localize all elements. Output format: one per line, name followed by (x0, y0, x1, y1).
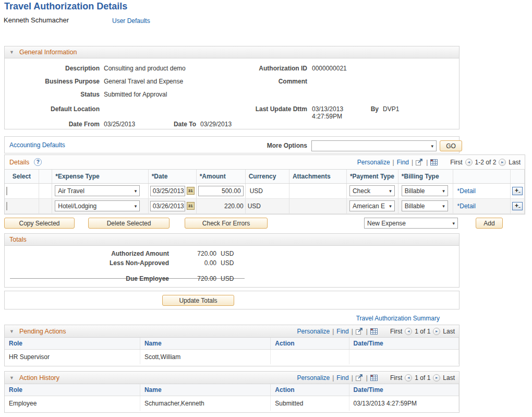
expense-row: Air Travel ▾ 03/25/2013 31 500.00 USD Ch… (5, 183, 525, 198)
collapse-triangle-icon[interactable]: ▼ (9, 375, 14, 380)
col-role: Role (5, 338, 140, 349)
expense-type-select[interactable]: Hotel/Lodging ▾ (55, 200, 140, 211)
col-currency: Currency (245, 170, 289, 183)
accounting-defaults-link[interactable]: Accounting Defaults (9, 141, 65, 149)
view-all-icon[interactable] (416, 159, 424, 165)
default-location-label: Default Location (5, 105, 100, 113)
currency-value: USD (245, 198, 289, 213)
options-bar: Accounting Defaults More Options ▾ GO (4, 136, 460, 153)
find-link[interactable]: Find (397, 159, 409, 166)
go-button[interactable]: GO (440, 140, 462, 151)
date-to-label: Date To (153, 121, 196, 128)
add-row-button[interactable]: +... (512, 202, 523, 210)
by-value: DVP1 (383, 105, 399, 113)
first-label[interactable]: First (450, 159, 462, 166)
date-input[interactable]: 03/26/2013 (150, 201, 185, 211)
section-title: General Information (19, 49, 77, 56)
separator: | (393, 159, 394, 166)
update-totals-button[interactable]: Update Totals (162, 295, 234, 306)
payment-type-value: Check (353, 187, 370, 195)
collapse-triangle-icon[interactable]: ▼ (9, 50, 14, 55)
role-cell: Employee (5, 396, 140, 411)
dots-glyph: ... (518, 188, 520, 195)
new-expense-select[interactable]: New Expense ▾ (364, 218, 458, 229)
first-label[interactable]: First (390, 328, 402, 335)
select-checkbox[interactable] (6, 202, 7, 210)
role-cell: HR Supervisor (5, 349, 140, 364)
action-cell (271, 349, 349, 364)
find-link[interactable]: Find (336, 374, 348, 382)
personalize-link[interactable]: Personalize (297, 328, 330, 335)
new-expense-value: New Expense (367, 220, 406, 227)
expense-type-select[interactable]: Air Travel ▾ (55, 185, 140, 196)
status-value: Submitted for Approval (104, 91, 167, 98)
col-name: Name (140, 338, 270, 349)
download-grid-icon[interactable] (370, 328, 378, 335)
user-defaults-link[interactable]: User Defaults (112, 17, 150, 25)
authorization-id-label: Authorization ID (212, 65, 307, 72)
copy-selected-button[interactable]: Copy Selected (4, 218, 75, 229)
description-value: Consulting and product demo (104, 65, 186, 72)
next-page-icon[interactable]: ► (433, 328, 440, 335)
due-employee-value: 720.00 (172, 275, 216, 282)
chevron-down-icon: ▾ (135, 204, 137, 209)
personalize-link[interactable]: Personalize (357, 159, 390, 166)
add-row-button[interactable]: +... (512, 187, 523, 195)
chevron-down-icon: ▾ (135, 188, 137, 194)
authorization-id-value: 0000000021 (312, 65, 347, 72)
view-all-icon[interactable] (356, 374, 364, 381)
last-label[interactable]: Last (443, 374, 455, 382)
first-label[interactable]: First (390, 374, 402, 382)
chevron-down-icon: ▾ (389, 204, 392, 209)
travel-authorization-summary-link[interactable]: Travel Authorization Summary (356, 315, 440, 322)
previous-page-icon[interactable]: ◄ (465, 159, 473, 166)
row-spacer-cell (39, 198, 52, 213)
select-checkbox[interactable] (6, 187, 7, 195)
calendar-icon[interactable]: 31 (187, 187, 195, 195)
download-grid-icon[interactable] (370, 375, 378, 381)
payment-type-select[interactable]: American E ▾ (349, 200, 395, 211)
col-datetime: Date/Time (349, 384, 458, 396)
totals-header: Totals (5, 234, 459, 246)
action-cell: Submitted (271, 396, 349, 411)
expense-type-value: Hotel/Lodging (58, 202, 96, 210)
personalize-link[interactable]: Personalize (297, 374, 330, 382)
left-arrow-glyph: ◄ (407, 376, 410, 379)
due-employee-currency: USD (221, 275, 234, 282)
date-input[interactable]: 03/25/2013 (150, 186, 185, 196)
detail-link[interactable]: *Detail (457, 202, 476, 210)
travel-authorization-page: Travel Authorization Details Kenneth Sch… (0, 0, 532, 417)
details-toolbar: Personalize | Find | | First ◄ 1-2 of 2 … (357, 159, 525, 166)
previous-page-icon[interactable]: ◄ (405, 328, 412, 335)
right-arrow-glyph: ► (435, 329, 439, 333)
last-label[interactable]: Last (443, 328, 455, 335)
next-page-icon[interactable]: ► (433, 374, 440, 382)
separator: | (332, 374, 334, 382)
delete-selected-button[interactable]: Delete Selected (88, 218, 170, 229)
find-link[interactable]: Find (336, 328, 348, 335)
amount-input[interactable]: 500.00 (198, 186, 244, 196)
help-icon[interactable]: ? (34, 158, 42, 166)
col-role: Role (5, 384, 140, 396)
collapse-triangle-icon[interactable]: ▼ (9, 329, 14, 334)
billing-type-select[interactable]: Billable ▾ (402, 185, 448, 196)
check-for-errors-button[interactable]: Check For Errors (185, 218, 268, 229)
calendar-icon[interactable]: 31 (187, 202, 195, 210)
action-history-section: ▼ Action History Personalize | Find | | … (4, 371, 460, 413)
expense-row: Hotel/Lodging ▾ 03/26/2013 31 220.00 USD… (5, 198, 525, 213)
more-options-select[interactable]: ▾ (311, 140, 437, 151)
authorized-amount-value: 720.00 (172, 250, 216, 257)
billing-type-select[interactable]: Billable ▾ (402, 200, 448, 211)
pending-actions-section: ▼ Pending Actions Personalize | Find | |… (4, 325, 460, 366)
download-grid-icon[interactable] (430, 159, 438, 165)
next-page-icon[interactable]: ► (499, 159, 506, 166)
left-arrow-glyph: ◄ (407, 329, 410, 333)
payment-type-select[interactable]: Check ▾ (349, 185, 395, 196)
due-employee-label: Due Employee (57, 275, 169, 282)
details-header-row: Select *Expense Type *Date *Amount Curre… (5, 170, 525, 183)
detail-link[interactable]: *Detail (457, 187, 476, 195)
last-label[interactable]: Last (509, 159, 521, 166)
previous-page-icon[interactable]: ◄ (405, 374, 412, 382)
view-all-icon[interactable] (356, 328, 364, 335)
add-button[interactable]: Add (476, 218, 503, 229)
